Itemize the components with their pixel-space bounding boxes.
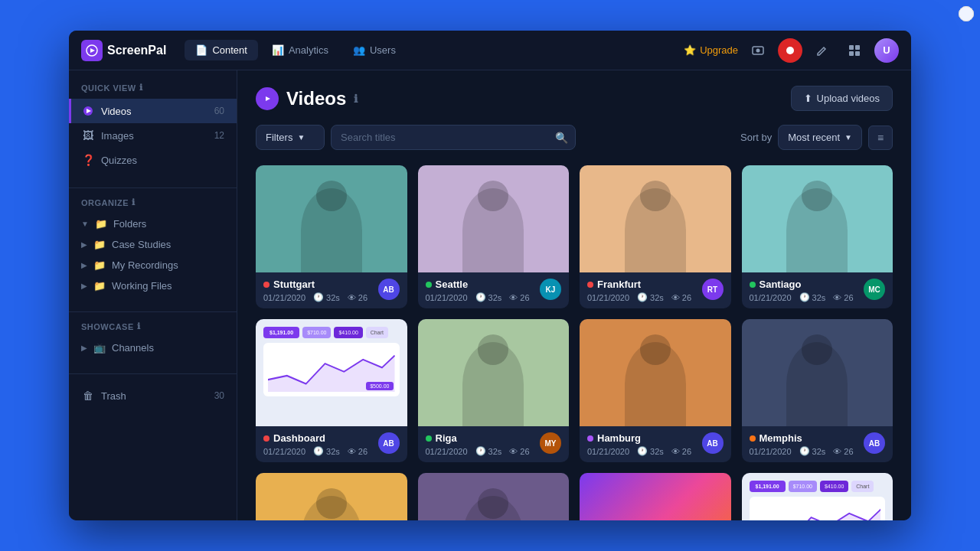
upload-videos-button[interactable]: ⬆ Upload videos bbox=[791, 86, 893, 111]
nav-tab-analytics[interactable]: 📊 Analytics bbox=[261, 40, 339, 60]
analytics-tab-icon: 📊 bbox=[272, 44, 284, 56]
svg-rect-5 bbox=[849, 45, 854, 50]
video-stats-dashboard: 01/21/2020 🕐32s 👁26 bbox=[263, 446, 374, 456]
duration-hamburg: 🕐32s bbox=[637, 446, 664, 456]
date-santiago: 01/21/2020 bbox=[750, 293, 792, 302]
video-card-new-systems[interactable]: New Systems 01/21/2020 🕐32s 👁26 NS bbox=[580, 473, 731, 520]
date-seattle: 01/21/2020 bbox=[426, 293, 468, 302]
sidebar-case-studies-header[interactable]: ▶ 📁 Case Studies bbox=[69, 234, 237, 255]
user-avatar-dashboard: AB bbox=[378, 432, 400, 454]
status-dot-memphis bbox=[750, 435, 756, 442]
video-info-dashboard: Dashboard 01/21/2020 🕐32s 👁26 AB bbox=[256, 426, 407, 462]
sidebar-channels-header[interactable]: ▶ 📺 Channels bbox=[69, 337, 237, 358]
video-card-lagos[interactable]: Lagos 01/21/2020 🕐32s 👁26 ST bbox=[256, 473, 407, 520]
video-card-memphis[interactable]: Memphis 01/21/2020 🕐32s 👁26 AB bbox=[742, 319, 893, 462]
video-thumbnail-lagos bbox=[256, 473, 407, 520]
capture-button[interactable] bbox=[746, 38, 770, 63]
filters-button[interactable]: Filters ▼ bbox=[256, 125, 325, 150]
search-icon-button[interactable]: 🔍 bbox=[555, 132, 568, 144]
eye-icon: 👁 bbox=[509, 447, 518, 456]
video-info-santiago: Santiago 01/21/2020 🕐32s 👁26 MC bbox=[742, 272, 893, 308]
video-title-stuttgart: Stuttgart bbox=[263, 279, 374, 290]
nav-tab-users[interactable]: 👥 Users bbox=[342, 40, 407, 60]
sort-wrap: Sort by Most recent ▼ ≡ bbox=[740, 125, 893, 150]
record-button[interactable] bbox=[778, 38, 802, 63]
duration-santiago: 🕐32s bbox=[799, 292, 826, 302]
clock-icon: 🕐 bbox=[313, 292, 324, 302]
chevron-icon-5: ▶ bbox=[81, 344, 87, 352]
video-card-santiago[interactable]: Santiago 01/21/2020 🕐32s 👁26 MC bbox=[742, 165, 893, 308]
grid-button[interactable] bbox=[842, 38, 867, 63]
sort-select[interactable]: Most recent ▼ bbox=[778, 125, 862, 150]
sort-chevron-icon: ▼ bbox=[844, 133, 852, 142]
video-title-frankfurt: Frankfurt bbox=[587, 279, 697, 290]
videos-icon bbox=[81, 104, 95, 118]
video-meta-dashboard: Dashboard 01/21/2020 🕐32s 👁26 bbox=[263, 432, 374, 456]
user-avatar-santiago: MC bbox=[864, 279, 885, 300]
user-avatar-stuttgart: AB bbox=[378, 279, 400, 300]
views-frankfurt: 👁26 bbox=[671, 293, 691, 302]
edit-button[interactable] bbox=[810, 38, 835, 63]
sidebar-item-images[interactable]: 🖼 Images 12 bbox=[69, 123, 237, 148]
nav-tab-content[interactable]: 📄 Content bbox=[185, 40, 258, 60]
eye-icon: 👁 bbox=[671, 447, 680, 456]
working-files-icon: 📁 bbox=[93, 280, 106, 292]
sidebar-folders-header[interactable]: ▼ 📁 Folders bbox=[69, 214, 237, 234]
app-name: ScreenPal bbox=[107, 44, 166, 57]
sidebar-divider-2 bbox=[69, 311, 237, 312]
content-area: Videos ℹ ⬆ Upload videos Filters ▼ 🔍 bbox=[237, 70, 911, 520]
sidebar-item-videos[interactable]: Videos 60 bbox=[69, 99, 237, 123]
video-card-riga[interactable]: Riga 01/21/2020 🕐32s 👁26 MY bbox=[418, 319, 570, 462]
date-riga: 01/21/2020 bbox=[426, 447, 468, 456]
views-stuttgart: 👁26 bbox=[348, 293, 368, 302]
sidebar-item-trash[interactable]: 🗑 Trash 30 bbox=[69, 383, 237, 408]
video-card-dashboard[interactable]: $1,191.00 $710.00 $410.00 Chart $500.00 bbox=[256, 319, 407, 462]
showcase-label: Showcase ℹ bbox=[69, 321, 237, 337]
svg-marker-1 bbox=[90, 48, 95, 53]
video-info-frankfurt: Frankfurt 01/21/2020 🕐32s 👁26 RT bbox=[580, 272, 731, 308]
search-input[interactable] bbox=[331, 125, 576, 150]
duration-dashboard: 🕐32s bbox=[313, 446, 340, 456]
video-stats-frankfurt: 01/21/2020 🕐32s 👁26 bbox=[587, 292, 697, 302]
eye-icon: 👁 bbox=[833, 447, 841, 456]
video-thumbnail-frankfurt bbox=[580, 165, 731, 272]
upgrade-button[interactable]: ⭐ Upgrade bbox=[684, 44, 738, 56]
video-card-seattle[interactable]: Seattle 01/21/2020 🕐32s 👁26 KJ bbox=[418, 165, 570, 308]
date-frankfurt: 01/21/2020 bbox=[587, 293, 629, 302]
video-thumbnail-astana bbox=[418, 473, 570, 520]
status-dot-stuttgart bbox=[263, 282, 270, 288]
logo[interactable]: ScreenPal bbox=[81, 40, 166, 61]
video-card-astana[interactable]: Astana 01/21/2020 🕐32s 👁26 BK bbox=[418, 473, 570, 520]
case-studies-icon: 📁 bbox=[93, 239, 106, 250]
duration-frankfurt: 🕐32s bbox=[637, 292, 664, 302]
search-bar: Filters ▼ 🔍 Sort by Most recent ▼ ≡ bbox=[256, 125, 893, 150]
quick-view-label: Quick view ℹ bbox=[69, 83, 237, 99]
images-icon: 🖼 bbox=[81, 129, 95, 142]
status-dot-hamburg bbox=[587, 435, 593, 442]
sidebar-item-quizzes[interactable]: ❓ Quizzes bbox=[69, 148, 237, 172]
avatar[interactable]: U bbox=[874, 38, 899, 63]
folder-icon: 📁 bbox=[95, 218, 107, 230]
nav-tabs: 📄 Content 📊 Analytics 👥 Users bbox=[185, 40, 684, 60]
eye-icon: 👁 bbox=[348, 447, 356, 456]
video-card-dashboard-overview[interactable]: $1,191.00 $710.00 $410.00 Chart $500.00 bbox=[742, 473, 893, 520]
views-santiago: 👁26 bbox=[833, 293, 853, 302]
eye-icon: 👁 bbox=[509, 293, 518, 302]
video-card-stuttgart[interactable]: Stuttgart 01/21/2020 🕐32s 👁26 AB bbox=[256, 165, 407, 308]
page-header: Videos ℹ ⬆ Upload videos bbox=[256, 86, 893, 111]
sidebar-recordings-header[interactable]: ▶ 📁 My Recordings bbox=[69, 255, 237, 276]
upgrade-icon: ⭐ bbox=[684, 44, 696, 56]
video-meta-memphis: Memphis 01/21/2020 🕐32s 👁26 bbox=[750, 432, 860, 456]
clock-icon: 🕐 bbox=[313, 446, 324, 456]
eye-icon: 👁 bbox=[671, 293, 680, 302]
video-thumbnail-dashboard: $1,191.00 $710.00 $410.00 Chart $500.00 bbox=[256, 319, 407, 426]
video-card-frankfurt[interactable]: Frankfurt 01/21/2020 🕐32s 👁26 RT bbox=[580, 165, 731, 308]
svg-rect-6 bbox=[855, 45, 860, 50]
upload-icon: ⬆ bbox=[804, 93, 812, 104]
video-card-hamburg[interactable]: Hamburg 01/21/2020 🕐32s 👁26 AB bbox=[580, 319, 731, 462]
list-view-toggle[interactable]: ≡ bbox=[868, 126, 893, 150]
sidebar-working-files-header[interactable]: ▶ 📁 Working Files bbox=[69, 276, 237, 296]
video-thumbnail-hamburg bbox=[580, 319, 731, 426]
organize-label: Organize ℹ bbox=[69, 197, 237, 214]
app-window: ScreenPal 📄 Content 📊 Analytics 👥 Users … bbox=[69, 31, 911, 520]
